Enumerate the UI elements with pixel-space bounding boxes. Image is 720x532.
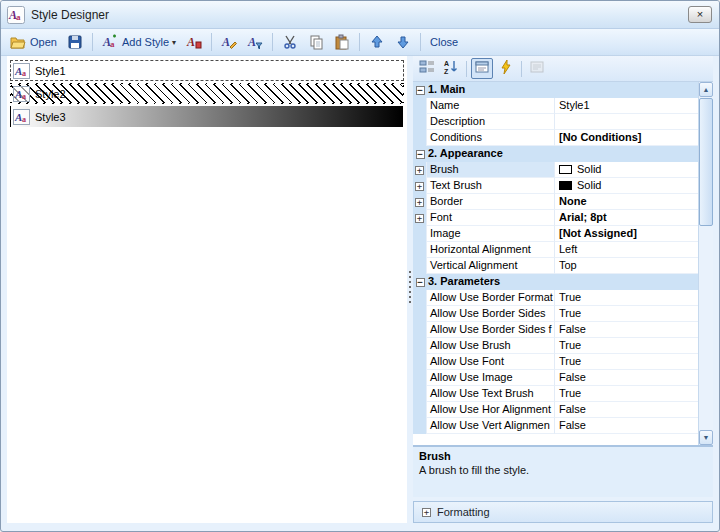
property-value: False: [555, 370, 698, 386]
property-name: Allow Use Vert Alignmen: [427, 418, 555, 434]
property-row-allow-use-brush[interactable]: Allow Use BrushTrue: [413, 338, 698, 354]
close-button[interactable]: Close: [425, 31, 463, 53]
property-grid-rows: −1. MainNameStyle1DescriptionConditions[…: [413, 82, 698, 445]
property-value: Arial; 8pt: [555, 210, 698, 226]
style-list-item-style2[interactable]: AaStyle2: [10, 83, 404, 104]
property-grid: −1. MainNameStyle1DescriptionConditions[…: [413, 82, 713, 445]
property-row-conditions[interactable]: Conditions[No Conditions]: [413, 130, 698, 146]
move-down-button[interactable]: [390, 31, 416, 53]
property-name: Allow Use Font: [427, 354, 555, 370]
description-text: A brush to fill the style.: [419, 464, 707, 476]
add-style-icon: A a: [102, 34, 118, 50]
property-pages-icon: [474, 59, 490, 79]
property-name: Text Brush: [427, 178, 555, 194]
property-row-allow-use-font[interactable]: Allow Use FontTrue: [413, 354, 698, 370]
property-name: Allow Use Text Brush: [427, 386, 555, 402]
style-list: AaStyle1AaStyle2AaStyle3: [7, 56, 407, 523]
main-area: AaStyle1AaStyle2AaStyle3: [7, 56, 713, 523]
app-icon: A a: [7, 6, 25, 24]
cut-button[interactable]: [277, 31, 303, 53]
property-value: True: [555, 354, 698, 370]
property-category[interactable]: −1. Main: [413, 82, 698, 98]
collapse-icon[interactable]: −: [416, 150, 425, 159]
property-value: True: [555, 338, 698, 354]
property-row-allow-use-border-sides-f[interactable]: Allow Use Border Sides fFalse: [413, 322, 698, 338]
expand-icon[interactable]: +: [415, 166, 424, 175]
brush-swatch: [559, 165, 572, 174]
property-row-allow-use-border-sides[interactable]: Allow Use Border SidesTrue: [413, 306, 698, 322]
expand-icon[interactable]: +: [422, 508, 431, 517]
vertical-scrollbar[interactable]: ▲ ▼: [698, 82, 713, 445]
style-list-item-style3[interactable]: AaStyle3: [10, 106, 404, 127]
add-style-button[interactable]: A a Add Style ▾: [97, 31, 181, 53]
property-value: [Not Assigned]: [555, 226, 698, 242]
alphabetical-sort-button[interactable]: A Z: [440, 58, 462, 79]
copy-button[interactable]: [303, 31, 329, 53]
property-pages-button[interactable]: [471, 58, 493, 79]
svg-text:A: A: [186, 35, 195, 49]
style-icon: Aa: [13, 63, 31, 79]
events-button[interactable]: [495, 58, 517, 79]
scroll-up-button[interactable]: ▲: [699, 82, 713, 97]
collapse-icon[interactable]: −: [416, 278, 425, 287]
property-name: Allow Use Image: [427, 370, 555, 386]
property-value: [555, 114, 698, 130]
apply-style-icon: A: [247, 34, 263, 50]
toolbar-separator: [359, 33, 360, 51]
property-row-vertical-alignment[interactable]: Vertical AlignmentTop: [413, 258, 698, 274]
edit-style-button[interactable]: A: [216, 31, 242, 53]
open-button[interactable]: Open: [5, 31, 62, 53]
scrollbar-thumb[interactable]: [699, 98, 713, 226]
style-from-components-button[interactable]: A: [181, 31, 207, 53]
property-row-allow-use-hor-alignment[interactable]: Allow Use Hor AlignmentFalse: [413, 402, 698, 418]
expand-icon[interactable]: +: [415, 214, 424, 223]
property-row-allow-use-text-brush[interactable]: Allow Use Text BrushTrue: [413, 386, 698, 402]
property-row-border[interactable]: +BorderNone: [413, 194, 698, 210]
formatting-section-header[interactable]: + Formatting: [413, 501, 713, 523]
property-messages-button[interactable]: [526, 58, 548, 79]
toolbar-separator: [211, 33, 212, 51]
property-grid-toolbar: A Z: [413, 56, 713, 82]
add-style-button-label: Add Style: [122, 36, 169, 48]
property-row-description[interactable]: Description: [413, 114, 698, 130]
save-button[interactable]: [62, 31, 88, 53]
cut-scissors-icon: [282, 34, 298, 50]
scroll-down-button[interactable]: ▼: [699, 430, 713, 445]
expand-icon[interactable]: +: [415, 182, 424, 191]
style-list-item-style1[interactable]: AaStyle1: [10, 60, 404, 81]
arrow-up-icon: [369, 34, 385, 50]
property-row-allow-use-border-format[interactable]: Allow Use Border FormatTrue: [413, 290, 698, 306]
expand-icon[interactable]: +: [415, 198, 424, 207]
open-button-label: Open: [30, 36, 57, 48]
close-window-button[interactable]: ×: [688, 6, 712, 23]
property-row-allow-use-image[interactable]: Allow Use ImageFalse: [413, 370, 698, 386]
property-row-horizontal-alignment[interactable]: Horizontal AlignmentLeft: [413, 242, 698, 258]
svg-text:a: a: [22, 92, 26, 101]
property-value: Top: [555, 258, 698, 274]
property-category[interactable]: −3. Parameters: [413, 274, 698, 290]
apply-style-button[interactable]: A: [242, 31, 268, 53]
toolbar-separator: [420, 33, 421, 51]
property-row-brush[interactable]: +BrushSolid: [413, 162, 698, 178]
brush-swatch: [559, 181, 572, 190]
style-item-label: Style1: [35, 65, 66, 77]
property-value: Style1: [555, 98, 698, 114]
sort-az-icon: A Z: [443, 59, 459, 79]
property-value: False: [555, 402, 698, 418]
move-up-button[interactable]: [364, 31, 390, 53]
property-row-text-brush[interactable]: +Text BrushSolid: [413, 178, 698, 194]
property-row-image[interactable]: Image[Not Assigned]: [413, 226, 698, 242]
categorized-view-button[interactable]: [416, 58, 438, 79]
property-category[interactable]: −2. Appearance: [413, 146, 698, 162]
property-value: Left: [555, 242, 698, 258]
property-value: Solid: [555, 162, 698, 178]
main-toolbar: Open A a Add Style ▾: [1, 29, 719, 56]
category-label: 3. Parameters: [427, 274, 500, 290]
svg-text:A: A: [444, 60, 449, 67]
paste-button[interactable]: [329, 31, 355, 53]
property-row-font[interactable]: +FontArial; 8pt: [413, 210, 698, 226]
collapse-icon[interactable]: −: [416, 86, 425, 95]
property-row-name[interactable]: NameStyle1: [413, 98, 698, 114]
lightning-icon: [498, 59, 514, 79]
property-row-allow-use-vert-alignmen[interactable]: Allow Use Vert AlignmenFalse: [413, 418, 698, 434]
